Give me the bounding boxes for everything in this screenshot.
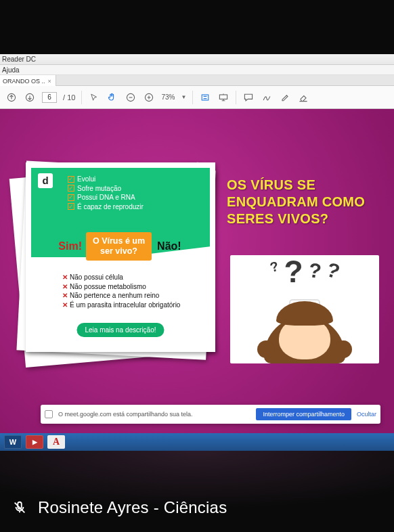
share-message: O meet.google.com está compartilhando su…	[58, 411, 250, 418]
hide-share-button[interactable]: Ocultar	[357, 411, 376, 418]
pdf-toolbar: / 10 73% ▼	[0, 86, 394, 109]
screen-share-banner: O meet.google.com está compartilhando su…	[41, 405, 380, 424]
zoom-in-icon[interactable]	[143, 91, 155, 104]
yes-list: ✓Evolui ✓Sofre mutação ✓Possui DNA e RNA…	[68, 175, 144, 211]
page-total-label: / 10	[63, 93, 75, 102]
info-card-stack: d ✓Evolui ✓Sofre mutação ✓Possui DNA e R…	[12, 160, 215, 370]
document-tabs: ORANDO OS .. ×	[0, 75, 394, 86]
slide-page: d ✓Evolui ✓Sofre mutação ✓Possui DNA e R…	[0, 109, 394, 433]
slide-title: OS VÍRUS SE ENQUADRAM COMO SERES VIVOS?	[227, 177, 382, 227]
participant-caption: Rosinete Ayres - Ciências	[0, 498, 394, 517]
pointer-icon[interactable]	[88, 91, 100, 104]
upload-icon[interactable]	[5, 91, 18, 104]
cta-pill: Leia mais na descrição!	[76, 323, 164, 337]
svg-rect-5	[220, 95, 227, 99]
taskbar-powerpoint-icon[interactable]: ▶	[26, 435, 43, 449]
menu-bar[interactable]: Ajuda	[0, 65, 394, 75]
question-marks-icon: ? ? ? ?	[230, 259, 379, 284]
sign-icon[interactable]	[261, 91, 273, 104]
taskbar-word-icon[interactable]: W	[4, 435, 22, 449]
share-indicator-icon	[45, 410, 53, 418]
hand-pan-icon[interactable]	[106, 91, 118, 104]
download-icon[interactable]	[24, 91, 36, 104]
zoom-level[interactable]: 73%	[161, 93, 175, 101]
sim-label: Sim!	[56, 240, 85, 252]
document-tab[interactable]: ORANDO OS .. ×	[0, 75, 56, 86]
window-title: Reader DC	[0, 54, 394, 65]
info-card: d ✓Evolui ✓Sofre mutação ✓Possui DNA e R…	[26, 162, 215, 352]
taskbar-autocad-icon[interactable]: A	[47, 435, 65, 449]
windows-taskbar: W ▶ A	[0, 433, 394, 451]
stop-sharing-button[interactable]: Interromper compartilhamento	[256, 408, 351, 420]
topbar-black	[0, 0, 394, 54]
page-number-input[interactable]	[42, 92, 57, 103]
nao-label: Não!	[153, 240, 185, 252]
d-badge: d	[38, 173, 53, 188]
no-list: ✕Não possui célula ✕Não possue metabolis…	[62, 273, 180, 309]
presentation-icon[interactable]	[217, 91, 229, 104]
zoom-out-icon[interactable]	[125, 91, 137, 104]
erase-icon[interactable]	[297, 91, 309, 104]
meeting-background	[0, 451, 394, 532]
pdf-reader-window: Reader DC Ajuda ORANDO OS .. × / 10 73% …	[0, 54, 394, 433]
close-tab-icon[interactable]: ×	[48, 78, 51, 85]
tab-label: ORANDO OS ..	[3, 78, 45, 85]
svg-rect-4	[202, 95, 209, 100]
center-question-row: Sim! O Vírus é um ser vivo? Não!	[31, 232, 210, 261]
comment-icon[interactable]	[242, 91, 255, 104]
fit-width-icon[interactable]	[199, 91, 211, 104]
mic-muted-icon[interactable]	[12, 500, 27, 515]
zoom-dropdown-icon[interactable]: ▼	[181, 94, 186, 100]
highlight-icon[interactable]	[279, 91, 291, 104]
question-box: O Vírus é um ser vivo?	[86, 232, 152, 261]
participant-name: Rosinete Ayres - Ciências	[38, 498, 227, 517]
thinking-illustration: ? ? ? ?	[230, 255, 379, 363]
girl-head-icon	[264, 303, 345, 363]
